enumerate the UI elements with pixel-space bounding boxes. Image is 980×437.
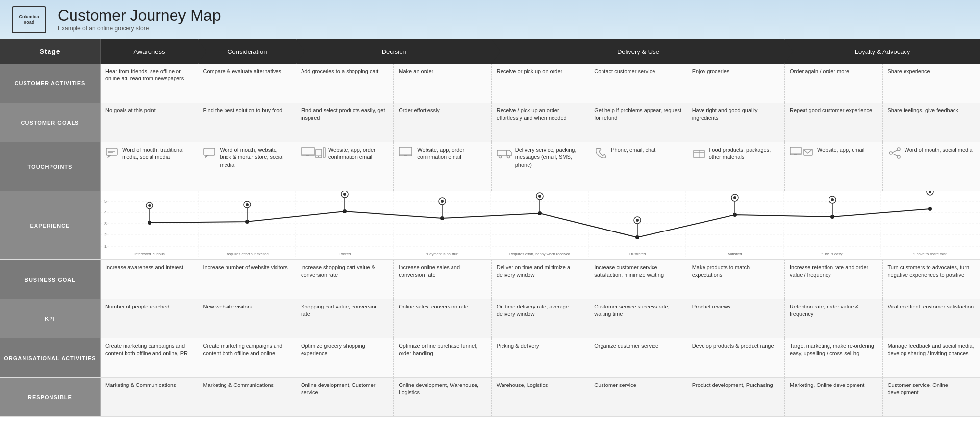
- svg-rect-15: [404, 155, 407, 156]
- logo-text: ColumbiaRoad: [19, 14, 39, 25]
- tp-cell-5: Delivery service, packing, messages (ema…: [492, 142, 589, 191]
- resp-cell-2: Marketing & Communications: [198, 378, 296, 416]
- stage-consideration-label: Consideration: [227, 48, 267, 55]
- business-goal-content: Increase awareness and interest Increase…: [101, 260, 980, 299]
- bg-cell-2: Increase number of website visitors: [198, 260, 296, 299]
- cg-cell-2: Find the best solution to buy food: [198, 103, 296, 142]
- svg-rect-16: [497, 150, 507, 156]
- org-cell-2: Create marketing campaigns and content b…: [198, 338, 296, 377]
- stage-decision-label: Decision: [382, 48, 406, 55]
- svg-rect-8: [306, 155, 309, 156]
- social-icon: [888, 146, 902, 160]
- ca-cell-7: Enjoy groceries: [687, 64, 785, 103]
- customer-activities-content: Hear from friends, see offline or online…: [101, 64, 980, 103]
- chat-icon: [105, 146, 119, 160]
- touchpoints-label: TOUCHPOINTS: [0, 142, 101, 191]
- svg-point-82: [831, 198, 834, 201]
- org-cell-7: Develop products & product range: [687, 338, 785, 377]
- customer-activities-label: CUSTOMER ACTIVITIES: [0, 64, 101, 103]
- responsible-row: RESPONSIBLE Marketing & Communications M…: [0, 378, 980, 417]
- header-title-block: Customer Journey Map Example of an onlin…: [58, 7, 221, 32]
- phone-icon: [594, 146, 608, 160]
- org-cell-6: Organize customer service: [589, 338, 687, 377]
- svg-point-67: [343, 193, 346, 196]
- org-cell-3: Optimize grocery shopping experience: [296, 338, 394, 377]
- cg-cell-7: Have right and good quality ingredients: [687, 103, 785, 142]
- kpi-cell-4: Online sales, conversion rate: [394, 299, 491, 338]
- sentiment-1: Requires effort but excited: [226, 252, 268, 256]
- tp-cell-8: Website, app, email: [785, 142, 882, 191]
- tp-cell-6: Phone, email, chat: [589, 142, 687, 191]
- stage-label: Stage: [0, 39, 101, 64]
- organisational-label: ORGANISATIONAL ACTIVITIES: [0, 338, 101, 377]
- svg-text:4: 4: [104, 210, 107, 215]
- journey-table: CUSTOMER ACTIVITIES Hear from friends, s…: [0, 64, 980, 417]
- svg-point-70: [441, 200, 444, 203]
- svg-rect-0: [106, 148, 117, 155]
- kpi-cell-5: On time delivery rate, average delivery …: [492, 299, 589, 338]
- stage-header-row: Stage Awareness Consideration Decision D…: [0, 39, 980, 64]
- svg-point-29: [897, 155, 900, 158]
- organisational-row: ORGANISATIONAL ACTIVITIES Create marketi…: [0, 338, 980, 378]
- header: ColumbiaRoad Customer Journey Map Exampl…: [0, 0, 980, 39]
- experience-chart-area: 5 4 3 2 1: [101, 191, 980, 259]
- svg-text:3: 3: [104, 221, 107, 226]
- experience-chart: 5 4 3 2 1: [101, 191, 980, 260]
- stage-awareness: Awareness: [101, 39, 199, 64]
- sentiment-6: Satisfied: [728, 252, 742, 256]
- resp-cell-4: Online development, Warehouse, Logistics: [394, 378, 491, 416]
- business-goal-label: BUSINESS GOAL: [0, 260, 101, 299]
- sentiment-0: Interested, curious: [134, 252, 165, 256]
- bg-cell-9: Turn customers to advocates, turn negati…: [883, 260, 980, 299]
- svg-text:1: 1: [104, 244, 107, 249]
- resp-cell-9: Customer service, Online development: [883, 378, 980, 416]
- kpi-cell-3: Shopping cart value, conversion rate: [296, 299, 394, 338]
- food-icon: [692, 146, 706, 160]
- kpi-content: Number of people reached New website vis…: [101, 299, 980, 338]
- resp-cell-6: Customer service: [589, 378, 687, 416]
- svg-point-27: [897, 148, 900, 151]
- svg-rect-12: [323, 148, 325, 157]
- tp-cell-4: Website, app, order confirmation email: [394, 142, 491, 191]
- cg-cell-3: Find and select products easily, get ins…: [296, 103, 394, 142]
- ca-cell-1: Hear from friends, see offline or online…: [101, 64, 198, 103]
- svg-point-61: [148, 204, 151, 207]
- kpi-cell-1: Number of people reached: [101, 299, 198, 338]
- cg-cell-1: No goals at this point: [101, 103, 198, 142]
- org-cell-4: Optimize online purchase funnel, order h…: [394, 338, 491, 377]
- svg-point-79: [733, 196, 736, 199]
- chat-icon-2: [203, 146, 217, 160]
- cg-cell-6: Get help if problems appear, request for…: [589, 103, 687, 142]
- svg-point-76: [636, 219, 639, 222]
- bg-cell-7: Make products to match expectations: [687, 260, 785, 299]
- bg-cell-8: Increase retention rate and order value …: [785, 260, 882, 299]
- ca-cell-8: Order again / order more: [785, 64, 882, 103]
- kpi-cell-2: New website visitors: [198, 299, 296, 338]
- ca-cell-3: Add groceries to a shopping cart: [296, 64, 394, 103]
- cg-cell-9: Share feelings, give feedback: [883, 103, 980, 142]
- org-cell-5: Picking & delivery: [492, 338, 589, 377]
- svg-marker-5: [205, 155, 209, 158]
- ca-cell-9: Share experience: [883, 64, 980, 103]
- customer-goals-content: No goals at this point Find the best sol…: [101, 103, 980, 142]
- kpi-cell-9: Viral coeffient, customer satisfaction: [883, 299, 980, 338]
- org-cell-8: Target marketing, make re-ordering easy,…: [785, 338, 882, 377]
- bg-cell-6: Increase customer service satisfaction, …: [589, 260, 687, 299]
- svg-rect-4: [204, 148, 215, 155]
- svg-rect-11: [318, 156, 319, 157]
- svg-point-64: [246, 203, 249, 206]
- svg-line-30: [892, 150, 897, 153]
- stage-awareness-label: Awareness: [133, 48, 165, 55]
- sentiment-8: "I have to share this": [913, 252, 947, 256]
- org-cell-1: Create marketing campaigns and content b…: [101, 338, 198, 377]
- page-subtitle: Example of an online grocery store: [58, 25, 221, 32]
- page-title: Customer Journey Map: [58, 7, 221, 23]
- svg-text:2: 2: [104, 232, 107, 237]
- tp-cell-2: Word of mouth, website, brick & mortar s…: [198, 142, 296, 191]
- resp-cell-8: Marketing, Online development: [785, 378, 882, 416]
- resp-cell-1: Marketing & Communications: [101, 378, 198, 416]
- stage-delivery: Delivery & Use: [492, 39, 785, 64]
- touchpoints-row: TOUCHPOINTS Word of mouth, traditional m…: [0, 142, 980, 191]
- ca-cell-4: Make an order: [394, 64, 491, 103]
- svg-point-19: [507, 156, 509, 158]
